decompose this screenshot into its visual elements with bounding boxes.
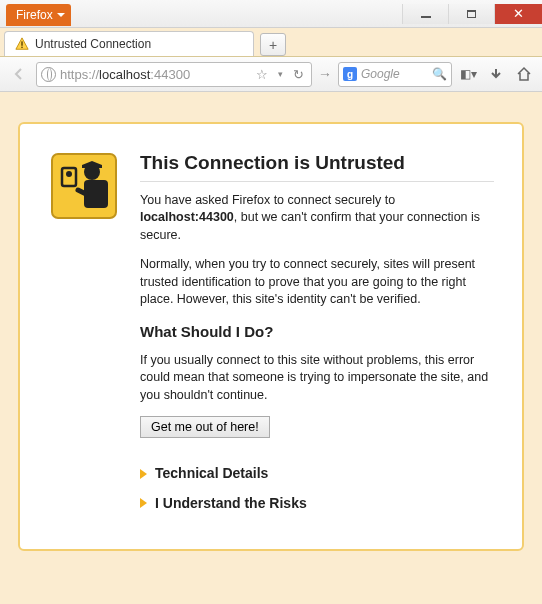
close-button[interactable]: ✕ [494,4,542,24]
bookmarks-menu-button[interactable]: ◧▾ [456,62,480,86]
warning-icon [15,37,29,51]
reload-icon[interactable]: ↻ [290,67,307,82]
home-button[interactable] [512,62,536,86]
warning-paragraph-3: If you usually connect to this site with… [140,352,494,405]
warning-paragraph-2: Normally, when you try to connect secure… [140,256,494,309]
navigation-toolbar: https://localhost:44300 ☆ ▾ ↻ → g Google… [0,57,542,92]
search-placeholder: Google [361,67,428,81]
search-icon[interactable]: 🔍 [432,67,447,81]
minimize-button[interactable] [402,4,448,24]
firefox-menu-button[interactable]: Firefox [6,4,71,26]
back-button[interactable] [6,61,32,87]
svg-point-6 [66,171,72,177]
new-tab-button[interactable]: + [260,33,286,56]
expand-arrow-icon [140,498,147,508]
page-heading: This Connection is Untrusted [140,150,494,177]
window-titlebar: Firefox ✕ [0,0,542,28]
officer-warning-icon [48,150,120,222]
tab-title: Untrusted Connection [35,37,151,51]
svg-rect-1 [21,47,22,48]
expand-arrow-icon [140,469,147,479]
downloads-button[interactable] [484,62,508,86]
page-content: This Connection is Untrusted You have as… [0,92,542,604]
understand-risks-toggle[interactable]: I Understand the Risks [140,494,494,514]
tab-bar: Untrusted Connection + [0,28,542,57]
svg-rect-0 [21,41,22,45]
dropdown-icon[interactable]: ▾ [275,69,286,79]
url-bar[interactable]: https://localhost:44300 ☆ ▾ ↻ [36,62,312,87]
subheading: What Should I Do? [140,321,494,342]
globe-icon [41,67,56,82]
technical-details-toggle[interactable]: Technical Details [140,464,494,484]
url-text: https://localhost:44300 [60,67,249,82]
go-button[interactable]: → [316,66,334,82]
warning-paragraph-1: You have asked Firefox to connect secure… [140,192,494,245]
browser-tab[interactable]: Untrusted Connection [4,31,254,56]
error-panel: This Connection is Untrusted You have as… [18,122,524,551]
search-box[interactable]: g Google 🔍 [338,62,452,87]
divider [140,181,494,182]
maximize-button[interactable] [448,4,494,24]
get-out-button[interactable]: Get me out of here! [140,416,270,438]
google-icon: g [343,67,357,81]
bookmark-star-icon[interactable]: ☆ [253,67,271,82]
